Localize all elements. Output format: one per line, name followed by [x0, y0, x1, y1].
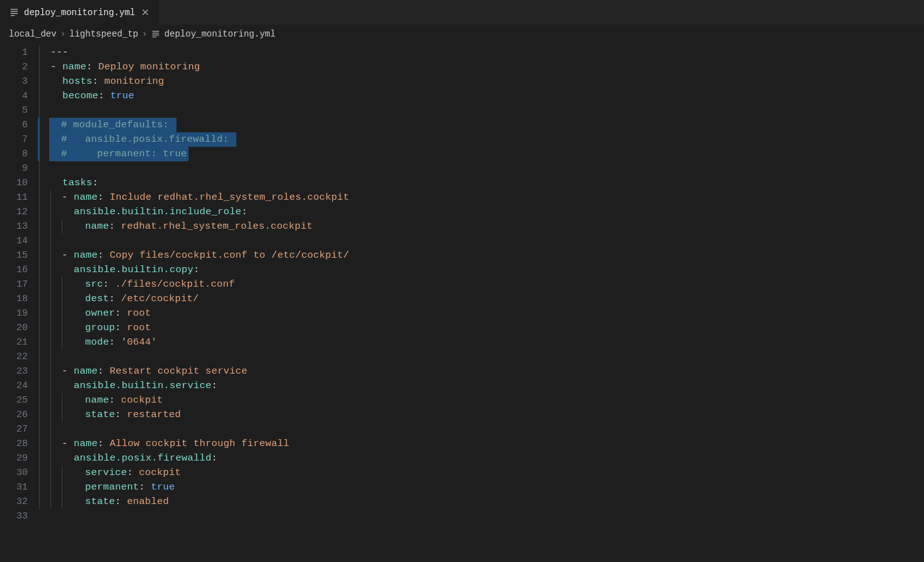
line-number: 11: [0, 190, 39, 205]
code-line[interactable]: 7 # ansible.posix.firewalld:: [0, 132, 924, 147]
line-number: 33: [0, 509, 39, 524]
line-number: 22: [0, 350, 39, 364]
line-number: 1: [0, 45, 39, 60]
code-line[interactable]: 9: [0, 161, 924, 176]
code-line[interactable]: 22: [0, 350, 924, 364]
breadcrumb: local_dev › lightspeed_tp › deploy_monit…: [0, 25, 924, 43]
line-number: 20: [0, 321, 39, 335]
code-line[interactable]: 26 state: restarted: [0, 408, 924, 422]
code-line[interactable]: 8 # permanent: true: [0, 147, 924, 161]
breadcrumb-file-label: deploy_monitoring.yml: [165, 29, 275, 39]
breadcrumb-segment[interactable]: local_dev: [9, 29, 57, 39]
code-line[interactable]: 33: [0, 509, 924, 524]
code-editor[interactable]: 1 --- 2 - name: Deploy monitoring 3 host…: [0, 43, 924, 562]
line-number: 17: [0, 277, 39, 292]
code-line[interactable]: 27: [0, 422, 924, 437]
code-line[interactable]: 19 owner: root: [0, 306, 924, 321]
line-number: 3: [0, 74, 39, 89]
line-number: 21: [0, 335, 39, 350]
line-number: 4: [0, 89, 39, 103]
chevron-right-icon: ›: [61, 29, 66, 39]
line-number: 28: [0, 437, 39, 451]
line-number: 6: [0, 118, 39, 132]
line-number: 32: [0, 495, 39, 509]
line-number: 19: [0, 306, 39, 321]
line-number: 15: [0, 248, 39, 263]
chevron-right-icon: ›: [142, 29, 147, 39]
line-number: 27: [0, 422, 39, 437]
line-number: 26: [0, 408, 39, 422]
code-line[interactable]: 28 - name: Allow cockpit through firewal…: [0, 437, 924, 451]
line-number: 9: [0, 161, 39, 176]
breadcrumb-segment[interactable]: deploy_monitoring.yml: [151, 29, 275, 39]
code-line[interactable]: 20 group: root: [0, 321, 924, 335]
line-number: 8: [0, 147, 39, 161]
line-number: 30: [0, 466, 39, 480]
line-number: 24: [0, 379, 39, 393]
line-number: 31: [0, 480, 39, 495]
file-lines-icon: [151, 30, 161, 39]
code-line[interactable]: 24 ansible.builtin.service:: [0, 379, 924, 393]
line-number: 23: [0, 364, 39, 379]
code-line[interactable]: 12 ansible.builtin.include_role:: [0, 205, 924, 219]
file-lines-icon: [9, 8, 19, 18]
code-line[interactable]: 16 ansible.builtin.copy:: [0, 263, 924, 277]
line-number: 18: [0, 292, 39, 306]
line-number: 14: [0, 234, 39, 248]
close-icon[interactable]: [140, 8, 150, 18]
tab-label: deploy_monitoring.yml: [24, 8, 135, 18]
tab-deploy-monitoring[interactable]: deploy_monitoring.yml: [0, 0, 159, 25]
code-line[interactable]: 3 hosts: monitoring: [0, 74, 924, 89]
line-number: 7: [0, 132, 39, 147]
tab-bar: deploy_monitoring.yml: [0, 0, 924, 25]
line-number: 13: [0, 219, 39, 234]
line-number: 10: [0, 176, 39, 190]
line-number: 29: [0, 451, 39, 466]
code-line[interactable]: 13 name: redhat.rhel_system_roles.cockpi…: [0, 219, 924, 234]
line-number: 12: [0, 205, 39, 219]
code-line[interactable]: 30 service: cockpit: [0, 466, 924, 480]
line-number: 2: [0, 60, 39, 74]
code-line[interactable]: 25 name: cockpit: [0, 393, 924, 408]
breadcrumb-segment[interactable]: lightspeed_tp: [69, 29, 138, 39]
code-line[interactable]: 21 mode: '0644': [0, 335, 924, 350]
code-line[interactable]: 5: [0, 103, 924, 118]
code-line[interactable]: 6 # module_defaults:: [0, 118, 924, 132]
code-line[interactable]: 23 - name: Restart cockpit service: [0, 364, 924, 379]
code-line[interactable]: 15 - name: Copy files/cockpit.conf to /e…: [0, 248, 924, 263]
code-line[interactable]: 1 ---: [0, 45, 924, 60]
code-line[interactable]: 2 - name: Deploy monitoring: [0, 60, 924, 74]
code-line[interactable]: 10 tasks:: [0, 176, 924, 190]
code-line[interactable]: 29 ansible.posix.firewalld:: [0, 451, 924, 466]
code-line[interactable]: 17 src: ./files/cockpit.conf: [0, 277, 924, 292]
code-line[interactable]: 14: [0, 234, 924, 248]
code-line[interactable]: 32 state: enabled: [0, 495, 924, 509]
line-number: 25: [0, 393, 39, 408]
line-number: 16: [0, 263, 39, 277]
code-line[interactable]: 4 become: true: [0, 89, 924, 103]
code-line[interactable]: 18 dest: /etc/cockpit/: [0, 292, 924, 306]
line-number: 5: [0, 103, 39, 118]
code-line[interactable]: 11 - name: Include redhat.rhel_system_ro…: [0, 190, 924, 205]
code-line[interactable]: 31 permanent: true: [0, 480, 924, 495]
